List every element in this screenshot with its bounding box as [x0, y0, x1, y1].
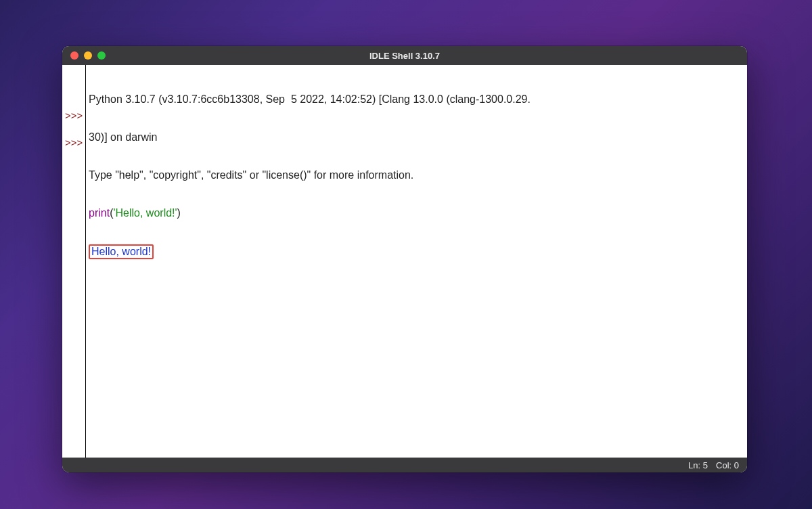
output-line: Hello, world! — [89, 245, 743, 259]
status-col: Col: 0 — [716, 460, 739, 470]
banner-line: 30)] on darwin — [89, 131, 743, 145]
maximize-button[interactable] — [97, 51, 106, 60]
banner-line: Type "help", "copyright", "credits" or "… — [89, 169, 743, 183]
traffic-lights — [62, 51, 106, 60]
status-line: Ln: 5 — [688, 460, 708, 470]
statusbar: Ln: 5 Col: 0 — [62, 458, 747, 472]
input-line[interactable]: print('Hello, world!') — [89, 207, 743, 221]
output-highlight: Hello, world! — [89, 244, 154, 259]
prompt: >>> — [65, 137, 84, 150]
paren-close: ) — [177, 207, 181, 219]
prompt: >>> — [65, 110, 84, 123]
call-name: print — [89, 207, 110, 219]
minimize-button[interactable] — [84, 51, 92, 60]
banner-line: Python 3.10.7 (v3.10.7:6cc6b13308, Sep 5… — [89, 93, 743, 107]
shell-editor[interactable]: Python 3.10.7 (v3.10.7:6cc6b13308, Sep 5… — [86, 65, 747, 458]
shell-content[interactable]: >>> >>> Python 3.10.7 (v3.10.7:6cc6b1330… — [62, 65, 747, 458]
close-button[interactable] — [70, 51, 78, 60]
idle-shell-window: IDLE Shell 3.10.7 >>> >>> Python 3.10.7 … — [62, 46, 747, 472]
titlebar[interactable]: IDLE Shell 3.10.7 — [62, 46, 747, 65]
output-text: Hello, world! — [91, 246, 151, 257]
window-title: IDLE Shell 3.10.7 — [62, 51, 747, 61]
string-literal: 'Hello, world!' — [113, 207, 177, 219]
current-input-line[interactable] — [89, 283, 743, 296]
prompt-gutter: >>> >>> — [62, 65, 86, 458]
